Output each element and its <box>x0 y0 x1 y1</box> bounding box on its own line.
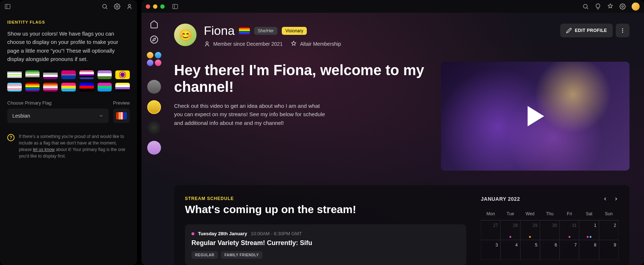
more-vertical-icon <box>620 28 626 33</box>
next-month-icon[interactable] <box>614 196 619 201</box>
calendar-cell[interactable]: 5 <box>520 240 540 260</box>
window-controls[interactable] <box>146 4 165 9</box>
home-icon[interactable] <box>150 20 158 29</box>
sidebar-toggle-icon[interactable] <box>4 3 11 10</box>
calendar-day-header: Sat <box>579 208 599 220</box>
calendar-cell[interactable]: 4 <box>500 240 520 260</box>
calendar-day-header: Thu <box>540 208 560 220</box>
schedule-label: STREAM SCHEDULE <box>185 196 466 201</box>
svg-point-2 <box>103 4 107 8</box>
channel-avatar[interactable] <box>147 100 161 114</box>
calendar-cell[interactable]: 28 <box>500 220 520 240</box>
channel-avatar[interactable] <box>147 80 161 94</box>
flag-pan[interactable] <box>61 83 76 91</box>
edit-profile-button[interactable]: EDIT PROFILE <box>560 24 613 37</box>
more-button[interactable] <box>616 24 629 37</box>
profile-avatar[interactable]: 😊 <box>174 24 197 46</box>
svg-point-10 <box>622 5 624 7</box>
svg-point-8 <box>583 4 587 8</box>
svg-point-4 <box>116 5 118 7</box>
calendar-day-header: Sun <box>599 208 619 220</box>
help-link[interactable]: let us know <box>33 147 55 152</box>
primary-flag-select[interactable]: Lesbian <box>7 109 109 123</box>
maximize-window-icon[interactable] <box>160 4 165 9</box>
calendar-cell[interactable]: 9 <box>599 240 619 260</box>
play-icon <box>523 103 548 129</box>
svg-point-11 <box>150 36 158 43</box>
calendar-cell[interactable]: 2 <box>599 220 619 240</box>
calendar-cell[interactable]: 1 <box>579 220 599 240</box>
calendar-cell[interactable]: 27 <box>481 220 500 240</box>
svg-rect-6 <box>173 4 178 9</box>
flag-rainbow[interactable] <box>25 83 40 91</box>
calendar-day-header: Wed <box>520 208 540 220</box>
lightbulb-icon[interactable] <box>595 3 601 10</box>
calendar-day-header: Fri <box>560 208 579 220</box>
svg-line-9 <box>587 8 588 9</box>
flag-nb[interactable] <box>115 83 130 91</box>
membership-tier: Altair Membership <box>300 41 341 47</box>
prev-month-icon[interactable] <box>603 196 608 201</box>
calendar-cell[interactable]: 29 <box>520 220 540 240</box>
calendar-cell[interactable]: 31 <box>560 220 579 240</box>
event-card[interactable]: Tuesday 28th January 10:00AM - 6:30PM GM… <box>185 224 466 265</box>
identity-flags-panel: IDENTITY FLAGS Show us your colors! We h… <box>0 0 137 265</box>
flag-intersex[interactable] <box>115 70 130 79</box>
svg-point-14 <box>622 28 623 29</box>
svg-point-16 <box>622 32 623 33</box>
flag-lesbian[interactable] <box>43 83 58 91</box>
compass-icon[interactable] <box>150 35 158 44</box>
calendar-cell[interactable]: 6 <box>540 240 560 260</box>
settings-icon[interactable] <box>619 3 626 10</box>
calendar-month: JANUARY 2022 <box>481 196 520 202</box>
flag-agender[interactable] <box>7 70 22 79</box>
profile-name: Fiona <box>204 24 235 38</box>
pronouns-badge: She/Her <box>254 27 277 35</box>
section-description: Show us your colors! We have flags you c… <box>7 29 130 63</box>
user-icon[interactable] <box>126 3 133 10</box>
flag-asexual[interactable] <box>43 70 58 79</box>
calendar-cell[interactable]: 3 <box>481 240 500 260</box>
calendar-cell[interactable]: 8 <box>579 240 599 260</box>
svg-point-5 <box>128 4 131 7</box>
flag-trans[interactable] <box>7 83 22 91</box>
sidebar-toggle-icon[interactable] <box>172 3 178 10</box>
flag-bi[interactable] <box>61 70 76 79</box>
search-icon[interactable] <box>102 3 108 10</box>
svg-point-13 <box>206 42 208 44</box>
flag-genderqueer[interactable] <box>98 70 112 79</box>
settings-icon[interactable] <box>114 3 120 10</box>
calendar-day-header: Tue <box>500 208 520 220</box>
flag-polyam[interactable] <box>79 83 94 91</box>
preview-flag <box>116 112 127 119</box>
pencil-icon <box>566 28 572 33</box>
user-avatar[interactable] <box>632 3 640 11</box>
event-tag: REGULAR <box>191 251 218 259</box>
extensions-icon[interactable] <box>607 3 614 10</box>
flag-aromantic[interactable] <box>25 70 40 79</box>
close-window-icon[interactable] <box>146 4 150 9</box>
calendar: JANUARY 2022 MonTueWedThuFriSatSun272829… <box>481 196 619 265</box>
channel-avatar[interactable] <box>147 121 161 134</box>
flags-grid <box>7 70 130 91</box>
calendar-cell[interactable]: 7 <box>560 240 579 260</box>
channel-avatar[interactable] <box>147 141 161 155</box>
nav-rail <box>141 13 167 265</box>
main-panel: 😊 Fiona She/Her Visionary Member since D… <box>141 0 644 265</box>
preview-box <box>113 109 130 123</box>
svg-marker-12 <box>153 38 156 41</box>
flag-genderfluid[interactable] <box>79 70 94 79</box>
calendar-day-header: Mon <box>481 208 500 220</box>
preview-label: Preview <box>113 100 130 106</box>
event-dot-icon <box>191 232 194 235</box>
intro-video[interactable] <box>441 62 629 171</box>
search-icon[interactable] <box>582 3 589 10</box>
event-time: 10:00AM - 6:30PM GMT <box>251 231 302 236</box>
minimize-window-icon[interactable] <box>153 4 157 9</box>
hero-description: Check out this video to get an idea abou… <box>174 102 326 127</box>
hero-title: Hey there! I'm Fiona, welcome to my chan… <box>174 62 426 95</box>
svg-rect-0 <box>5 4 10 9</box>
friends-cluster[interactable] <box>147 52 161 66</box>
calendar-cell[interactable]: 30 <box>540 220 560 240</box>
flag-polysex[interactable] <box>98 83 112 91</box>
